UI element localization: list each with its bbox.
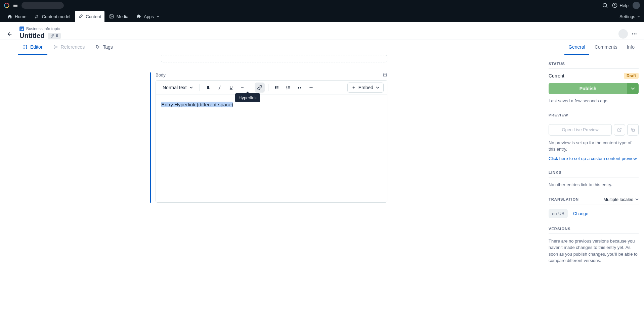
editor-icon bbox=[23, 45, 28, 49]
links-text: No other entries link to this entry. bbox=[549, 181, 639, 188]
locale-badge: en-US bbox=[549, 209, 568, 218]
links-heading: LINKS bbox=[549, 170, 639, 177]
sidebar-tabs: General Comments Info bbox=[543, 40, 644, 55]
link-icon bbox=[50, 34, 54, 38]
bold-button[interactable] bbox=[203, 83, 213, 93]
tab-references[interactable]: References bbox=[49, 40, 90, 55]
more-formatting-button[interactable] bbox=[238, 83, 248, 93]
locale-selector-label: Multiple locales bbox=[603, 197, 633, 202]
nav-content[interactable]: Content bbox=[75, 11, 104, 22]
search-icon[interactable] bbox=[602, 2, 608, 8]
svg-point-3 bbox=[603, 3, 607, 7]
field-placeholder[interactable] bbox=[161, 55, 387, 62]
nav-apps[interactable]: Apps bbox=[133, 11, 163, 22]
copy-button[interactable] bbox=[627, 124, 639, 136]
quote-button[interactable] bbox=[295, 83, 305, 93]
nav-settings-label: Settings bbox=[619, 14, 635, 19]
more-actions-button[interactable] bbox=[631, 31, 637, 37]
field-label-text: Body bbox=[156, 72, 166, 77]
external-link-button[interactable] bbox=[614, 124, 625, 136]
publish-button[interactable]: Publish bbox=[549, 83, 627, 94]
svg-point-22 bbox=[275, 86, 275, 87]
nav-apps-label: Apps bbox=[144, 14, 154, 19]
svg-point-23 bbox=[275, 87, 275, 88]
versions-section: VERSIONS There are no previous versions … bbox=[549, 227, 639, 264]
entry-header: ◪ Business info topic Untitled 0 bbox=[0, 22, 644, 40]
sidebar: General Comments Info STATUS Current Dra… bbox=[543, 40, 644, 303]
owner-avatar[interactable] bbox=[618, 29, 628, 39]
underline-button[interactable] bbox=[226, 83, 236, 93]
translation-section: TRANSLATION Multiple locales en-US Chang… bbox=[549, 197, 639, 218]
svg-point-10 bbox=[24, 45, 24, 46]
embed-button[interactable]: Embed bbox=[347, 83, 384, 93]
sidebar-tab-info[interactable]: Info bbox=[623, 40, 639, 55]
selected-text: Entry Hyperlink (different space) bbox=[161, 102, 233, 107]
svg-point-8 bbox=[634, 34, 635, 35]
translation-heading: TRANSLATION bbox=[549, 197, 579, 201]
locale-selector[interactable]: Multiple locales bbox=[603, 197, 639, 202]
links-section: LINKS No other entries link to this entr… bbox=[549, 170, 639, 188]
toolbar-divider bbox=[251, 84, 251, 91]
svg-point-19 bbox=[241, 87, 242, 88]
numbered-list-button[interactable] bbox=[283, 83, 293, 93]
nav-media[interactable]: Media bbox=[106, 11, 132, 22]
plus-icon bbox=[352, 86, 356, 90]
back-button[interactable] bbox=[7, 31, 13, 37]
help-link[interactable]: Help bbox=[612, 3, 629, 8]
space-selector[interactable] bbox=[22, 2, 64, 9]
setup-preview-link[interactable]: Click here to set up a custom content pr… bbox=[549, 155, 639, 162]
svg-point-20 bbox=[242, 87, 243, 88]
no-preview-text: No preview is set up for the content typ… bbox=[549, 140, 639, 153]
help-icon bbox=[612, 3, 617, 8]
entry-title: Untitled bbox=[19, 32, 44, 40]
svg-rect-18 bbox=[384, 74, 386, 76]
bullet-list-button[interactable] bbox=[272, 83, 282, 93]
hyperlink-tooltip: Hyperlink bbox=[235, 93, 260, 102]
nav-content-label: Content bbox=[86, 14, 101, 19]
hyperlink-button[interactable] bbox=[255, 83, 265, 93]
nav-home[interactable]: Home bbox=[4, 11, 30, 22]
svg-point-1 bbox=[4, 3, 9, 8]
image-icon bbox=[109, 14, 114, 19]
pencil-icon bbox=[78, 14, 83, 19]
nav-settings[interactable]: Settings bbox=[619, 14, 640, 19]
sidebar-tab-comments[interactable]: Comments bbox=[591, 40, 621, 55]
chevron-down-icon bbox=[376, 86, 379, 89]
svg-rect-25 bbox=[632, 129, 634, 131]
hamburger-icon[interactable] bbox=[13, 3, 18, 8]
svg-point-17 bbox=[97, 46, 97, 46]
tab-editor[interactable]: Editor bbox=[18, 40, 47, 55]
entry-title-row: Untitled 0 bbox=[19, 32, 61, 40]
open-preview-button[interactable]: Open Live Preview bbox=[549, 124, 612, 136]
link-count-badge[interactable]: 0 bbox=[48, 33, 61, 39]
main-nav: Home Content model Content Media Apps Se… bbox=[0, 11, 644, 22]
rte-toolbar: Normal text bbox=[156, 81, 387, 95]
sidebar-tab-general[interactable]: General bbox=[564, 40, 589, 55]
svg-point-2 bbox=[4, 3, 9, 8]
body-field: Body Normal text bbox=[150, 72, 387, 203]
link-count-value: 0 bbox=[56, 34, 58, 38]
text-style-selector[interactable]: Normal text bbox=[159, 83, 196, 92]
text-style-label: Normal text bbox=[163, 85, 187, 90]
wrench-icon bbox=[35, 14, 39, 19]
user-avatar[interactable] bbox=[633, 2, 640, 9]
puzzle-icon bbox=[136, 14, 141, 19]
publish-dropdown-button[interactable] bbox=[627, 83, 639, 94]
svg-point-24 bbox=[275, 89, 275, 89]
content-type-label: ◪ Business info topic bbox=[19, 27, 61, 31]
chevron-down-icon bbox=[637, 15, 640, 18]
rte-content-area[interactable]: Entry Hyperlink (different space) bbox=[156, 95, 387, 202]
svg-point-9 bbox=[636, 34, 637, 35]
svg-point-4 bbox=[613, 3, 617, 7]
chevron-down-icon bbox=[157, 15, 159, 18]
tab-tags[interactable]: Tags bbox=[91, 40, 118, 55]
expand-field-button[interactable] bbox=[383, 73, 387, 77]
italic-button[interactable] bbox=[215, 83, 225, 93]
toolbar-divider bbox=[268, 84, 268, 91]
tab-tags-label: Tags bbox=[103, 44, 113, 50]
nav-content-model[interactable]: Content model bbox=[31, 11, 74, 22]
hr-button[interactable] bbox=[306, 83, 316, 93]
tab-references-label: References bbox=[61, 44, 85, 50]
change-locale-link[interactable]: Change bbox=[573, 211, 589, 216]
content-type-icon: ◪ bbox=[19, 27, 24, 31]
